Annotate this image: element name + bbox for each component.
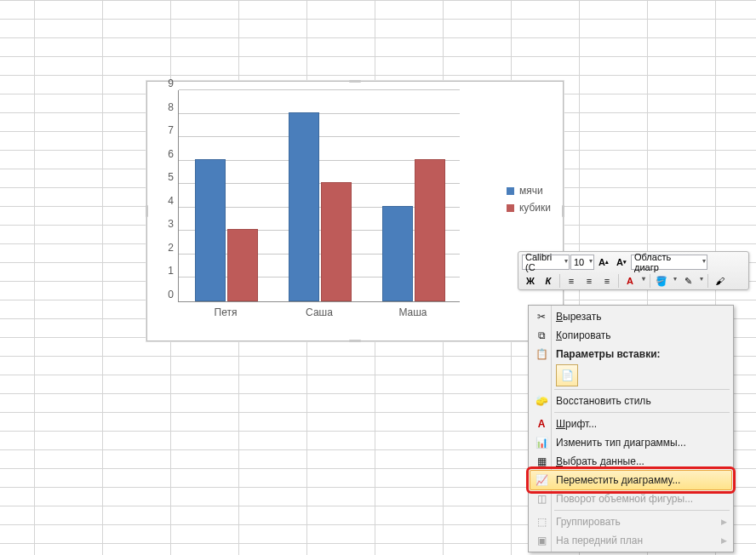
submenu-arrow-icon: ▶ [721, 536, 727, 545]
ytick: 1 [168, 265, 174, 277]
brush-icon: 🖌 [715, 276, 724, 286]
font-name-combo[interactable]: Calibri (С [522, 255, 570, 270]
copy-icon: ⧉ [534, 328, 549, 343]
ctx-label: На передний план [556, 535, 643, 546]
mini-toolbar: Calibri (С 10 A▴ A▾ Область диагр Ж К ≡ … [518, 251, 749, 290]
context-menu: ✂ Вырезать ⧉ Копировать 📋 Параметры вста… [528, 305, 734, 552]
resize-handle-right[interactable] [562, 205, 564, 217]
submenu-arrow-icon: ▶ [721, 518, 727, 526]
ytick: 7 [168, 124, 174, 136]
bar-s2-c1[interactable] [321, 182, 352, 301]
legend-label: мячи [519, 185, 543, 197]
shape-fill-button[interactable]: 🪣 [653, 272, 679, 289]
ctx-3d-rotation: ◫ Поворот объемной фигуры... [530, 489, 731, 508]
paste-icon: 📄 [561, 369, 574, 381]
font-size-value: 10 [574, 257, 584, 267]
legend-label: кубики [519, 202, 551, 214]
chart-object[interactable]: 0 1 2 3 4 5 6 7 8 9 Петя Саша Маша мячи [146, 81, 564, 341]
ctx-group: ⬚ Группировать ▶ [530, 512, 731, 531]
grow-font-button[interactable]: A▴ [595, 254, 612, 271]
bar-s2-c2[interactable] [415, 159, 445, 301]
legend-item-s2[interactable]: кубики [507, 202, 551, 214]
bar-s1-c2[interactable] [382, 206, 413, 301]
ytick: 0 [168, 289, 174, 300]
ctx-paste-options: 📄 [530, 363, 731, 387]
ytick: 9 [168, 77, 174, 89]
group-icon: ⬚ [534, 514, 549, 529]
ytick: 3 [168, 218, 174, 230]
ctx-label: Восстановить стиль [556, 395, 651, 407]
ctx-change-chart-type[interactable]: 📊 Изменить тип диаграммы... [530, 433, 731, 452]
ctx-label: Параметры вставки: [556, 348, 661, 360]
italic-button[interactable]: К [540, 272, 557, 289]
ctx-copy[interactable]: ⧉ Копировать [530, 326, 731, 345]
shrink-font-button[interactable]: A▾ [613, 254, 630, 271]
font-name-value: Calibri (С [525, 252, 560, 272]
bar-s1-c1[interactable] [289, 112, 319, 301]
ctx-bring-to-front: ▣ На передний план ▶ [530, 531, 731, 550]
ytick: 4 [168, 195, 174, 207]
legend[interactable]: мячи кубики [507, 180, 551, 219]
ytick: 2 [168, 242, 174, 254]
chart-element-value: Область диагр [634, 252, 698, 272]
ctx-cut[interactable]: ✂ Вырезать [530, 307, 731, 326]
chart-type-icon: 📊 [534, 435, 549, 450]
paint-bucket-icon: 🪣 [656, 276, 667, 287]
align-left-button[interactable]: ≡ [563, 272, 580, 289]
ctx-select-data[interactable]: ▦ Выбрать данные... [530, 452, 731, 471]
ctx-reset-style[interactable]: 🧽 Восстановить стиль [530, 392, 731, 410]
ctx-paste-options-header: 📋 Параметры вставки: [530, 345, 731, 363]
scissors-icon: ✂ [534, 309, 549, 324]
resize-handle-top[interactable] [349, 80, 361, 83]
chart-style-button[interactable]: 🖌 [711, 272, 728, 289]
align-right-button[interactable]: ≡ [598, 272, 616, 289]
font-icon: А [534, 416, 549, 432]
ctx-label: Группировать [556, 516, 621, 528]
ctx-label: Поворот объемной фигуры... [556, 493, 693, 505]
ctx-label: Шрифт... [556, 418, 597, 430]
ctx-label: Выбрать данные... [556, 455, 644, 467]
ytick: 6 [168, 148, 174, 160]
shape-outline-button[interactable]: ✎ [679, 272, 705, 289]
bar-s1-c0[interactable] [195, 159, 226, 301]
ytick: 5 [168, 171, 174, 183]
ctx-label: Копировать [556, 329, 611, 341]
ctx-move-chart[interactable]: 📈 Переместить диаграмму... [530, 470, 732, 490]
ctx-label: Переместить диаграмму... [556, 474, 680, 486]
legend-swatch-icon [507, 204, 514, 212]
ctx-label: Вырезать [556, 311, 601, 323]
bring-front-icon: ▣ [534, 533, 549, 548]
resize-handle-bottom[interactable] [349, 340, 361, 342]
xlabel: Маша [382, 306, 444, 318]
legend-swatch-icon [507, 187, 514, 195]
ytick: 8 [168, 101, 174, 113]
resize-handle-left[interactable] [146, 205, 148, 217]
font-size-combo[interactable]: 10 [570, 255, 594, 270]
bold-button[interactable]: Ж [522, 272, 539, 289]
bar-s2-c0[interactable] [227, 229, 258, 301]
align-center-button[interactable]: ≡ [581, 272, 598, 289]
xlabel: Саша [289, 306, 350, 318]
clipboard-icon: 📋 [534, 346, 549, 362]
legend-item-s1[interactable]: мячи [507, 185, 551, 197]
ctx-font[interactable]: А Шрифт... [530, 415, 731, 433]
plot-area[interactable]: 0 1 2 3 4 5 6 7 8 9 Петя Саша Маша [178, 90, 460, 302]
select-data-icon: ▦ [534, 454, 549, 469]
move-chart-icon: 📈 [534, 472, 549, 488]
reset-style-icon: 🧽 [534, 393, 549, 409]
chart-element-combo[interactable]: Область диагр [631, 255, 707, 270]
xlabel: Петя [195, 306, 256, 318]
pencil-icon: ✎ [684, 276, 692, 287]
ctx-label: Изменить тип диаграммы... [556, 437, 686, 449]
font-color-button[interactable]: A [621, 272, 647, 289]
rotate-3d-icon: ◫ [534, 491, 549, 506]
paste-option-button[interactable]: 📄 [556, 364, 578, 386]
